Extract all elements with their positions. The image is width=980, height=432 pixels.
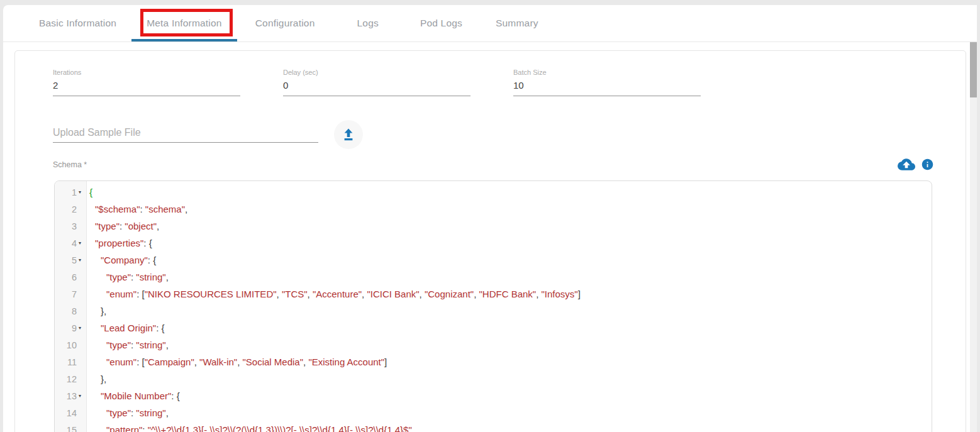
line-number-cell: 14 (55, 408, 86, 418)
code-line: 2 "$schema": "schema", (55, 201, 932, 218)
code-text: "type": "string", (86, 340, 169, 350)
tab-configuration[interactable]: Configuration (240, 5, 330, 42)
line-number-cell: 2 (55, 204, 86, 214)
code-text: "type": "string", (86, 407, 169, 418)
code-text: }, (86, 374, 106, 384)
line-number-cell: 12 (55, 374, 86, 384)
tab-separator (3, 42, 977, 42)
line-number: 11 (67, 357, 77, 367)
scrollbar-thumb[interactable] (970, 42, 977, 97)
code-text: "properties": { (86, 238, 152, 248)
line-number-cell: 9 ▾ (55, 323, 86, 333)
code-line: 9 ▾ "Lead Origin": { (55, 319, 932, 336)
line-number-cell: 3 (55, 221, 86, 231)
line-number-cell: 11 (55, 357, 86, 367)
line-number: 7 (72, 289, 77, 299)
numeric-fields-row: Iterations 2 Delay (sec) 0 Batch Size 10 (53, 69, 743, 96)
fold-arrow-icon[interactable]: ▾ (77, 190, 83, 195)
code-line: 14 "type": "string", (55, 404, 932, 421)
line-number: 8 (72, 306, 77, 316)
code-text: }, (86, 306, 106, 316)
upload-sample-file-field[interactable]: Upload Sample File (53, 123, 318, 143)
code-line: 8 }, (55, 302, 932, 319)
schema-label: Schema * (53, 160, 87, 169)
code-text: "enum": ["Campaign", "Walk-in", "Social … (86, 357, 387, 367)
meta-information-card: Iterations 2 Delay (sec) 0 Batch Size 10… (14, 50, 966, 432)
page-scrollbar[interactable] (970, 41, 977, 432)
code-text: "enum": ["NIKO RESOURCES LIMITED", "TCS"… (86, 289, 581, 299)
line-number-cell: 4 ▾ (55, 238, 86, 248)
field-label: Iterations (53, 69, 240, 76)
code-line: 11 "enum": ["Campaign", "Walk-in", "Soci… (55, 353, 932, 370)
code-text: { (86, 187, 92, 198)
cloud-upload-button[interactable] (898, 158, 915, 171)
code-line: 12 }, (55, 370, 932, 387)
tab-pod-logs[interactable]: Pod Logs (405, 5, 477, 42)
code-text: "type": "object", (86, 221, 159, 231)
field-label: Batch Size (513, 69, 701, 76)
line-number: 6 (72, 272, 77, 282)
line-number: 3 (72, 221, 77, 231)
line-number: 15 (67, 425, 77, 432)
fold-arrow-icon[interactable]: ▾ (77, 241, 83, 246)
code-text: "Lead Origin": { (86, 323, 165, 333)
code-line: 15 "pattern": "^\\+?\\d{1,3}[-.\\s]?\\(?… (55, 421, 932, 432)
field-input[interactable]: 0 (283, 80, 471, 96)
line-number-cell: 5 ▾ (55, 255, 86, 265)
line-number-cell: 6 (55, 272, 86, 282)
line-number-cell: 8 (55, 306, 86, 316)
tab-label: Pod Logs (420, 18, 462, 29)
cloud-upload-icon (898, 158, 915, 171)
tab-summary[interactable]: Summary (481, 5, 554, 42)
active-tab-underline (131, 39, 237, 42)
tab-basic-information[interactable]: Basic Information (24, 5, 131, 42)
annotation-red-box (140, 9, 233, 36)
line-number: 14 (67, 408, 77, 418)
upload-sample-file-placeholder: Upload Sample File (53, 127, 141, 138)
tab-logs[interactable]: Logs (342, 5, 393, 42)
code-text: "pattern": "^\\+?\\d{1,3}[-.\\s]?\\(?(\\… (86, 424, 412, 432)
code-line: 13 ▾ "Mobile Number": { (55, 387, 932, 404)
upload-button[interactable] (334, 120, 363, 149)
fold-arrow-icon[interactable]: ▾ (77, 394, 83, 399)
line-number: 10 (67, 340, 77, 350)
tab-label: Configuration (255, 18, 315, 29)
field-delay-sec-: Delay (sec) 0 (283, 69, 471, 96)
code-line: 5 ▾ "Company": { (55, 252, 932, 269)
field-iterations: Iterations 2 (53, 69, 240, 96)
line-number: 9 (72, 323, 77, 333)
code-line: 6 "type": "string", (55, 269, 932, 285)
line-number: 5 (72, 255, 77, 265)
main-panel: Basic Information Meta Information Confi… (3, 5, 977, 432)
info-button[interactable] (921, 158, 934, 171)
fold-arrow-icon[interactable]: ▾ (77, 326, 83, 331)
line-number-cell: 13 ▾ (55, 391, 86, 401)
tab-label: Basic Information (39, 18, 116, 29)
fold-arrow-icon[interactable]: ▾ (77, 258, 83, 263)
code-text: "Mobile Number": { (86, 390, 180, 401)
code-text: "type": "string", (86, 272, 169, 282)
line-number-cell: 10 (55, 340, 86, 350)
line-number: 13 (67, 391, 77, 401)
line-number-cell: 15 (55, 425, 86, 432)
code-line: 1 ▾ { (55, 184, 932, 201)
field-batch-size: Batch Size 10 (513, 69, 701, 96)
schema-code-editor[interactable]: 1 ▾ { 2 "$schema": "schema", 3 "type": "… (54, 180, 932, 432)
upload-icon (341, 127, 356, 142)
line-number: 12 (67, 374, 77, 384)
field-input[interactable]: 10 (513, 80, 701, 96)
schema-header-icons (898, 158, 934, 171)
editor-lines: 1 ▾ { 2 "$schema": "schema", 3 "type": "… (55, 181, 932, 432)
code-text: "$schema": "schema", (86, 204, 187, 214)
code-text: "Company": { (86, 255, 156, 265)
code-line: 4 ▾ "properties": { (55, 235, 932, 252)
field-label: Delay (sec) (283, 69, 471, 76)
tab-meta-information[interactable]: Meta Information (131, 5, 237, 42)
line-number-cell: 7 (55, 289, 86, 299)
info-icon (921, 158, 934, 171)
field-input[interactable]: 2 (53, 80, 240, 96)
line-number-cell: 1 ▾ (55, 187, 86, 197)
line-number: 4 (72, 238, 77, 248)
code-line: 7 "enum": ["NIKO RESOURCES LIMITED", "TC… (55, 285, 932, 302)
code-line: 3 "type": "object", (55, 218, 932, 235)
